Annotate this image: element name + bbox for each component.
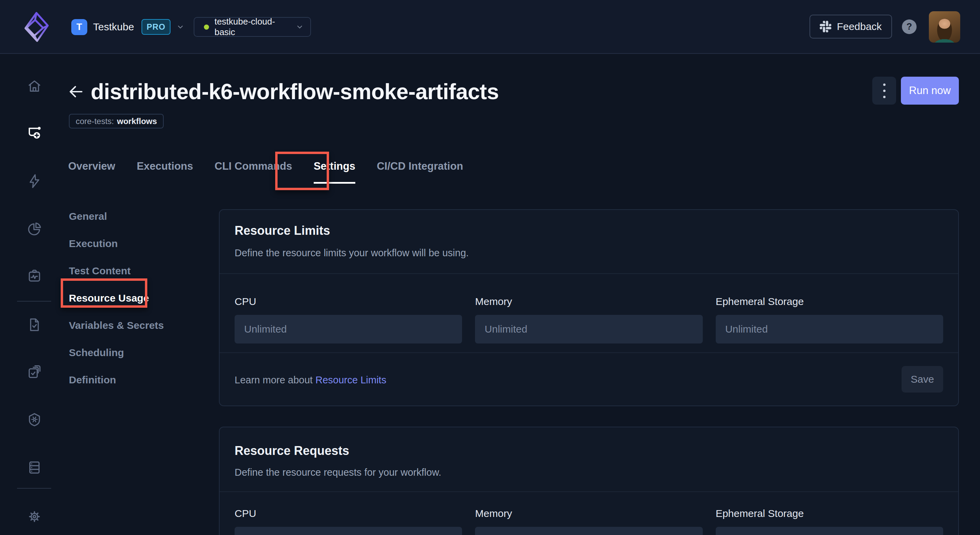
slack-icon — [820, 21, 831, 32]
cpu-field: CPU — [235, 508, 462, 535]
chevron-down-icon — [176, 22, 185, 31]
pro-badge: PRO — [142, 19, 170, 35]
resource-limits-fields: CPU Memory Ephemeral Storage — [235, 296, 943, 343]
environment-selector[interactable]: testkube-cloud-basic — [194, 17, 311, 37]
sidebar-item-webhooks[interactable] — [27, 412, 42, 428]
org-name: Testkube — [93, 21, 134, 33]
cpu-label: CPU — [235, 508, 462, 519]
sidebar-item-settings[interactable] — [27, 509, 42, 524]
health-monitor-icon — [27, 268, 42, 284]
subnav-scheduling[interactable]: Scheduling — [69, 347, 164, 359]
card-description: Define the resource requests for your wo… — [235, 467, 441, 478]
memory-field: Memory — [475, 508, 702, 535]
tab-cicd-integration[interactable]: CI/CD Integration — [377, 160, 463, 175]
page-title: distributed-k6-workflow-smoke-artifacts — [91, 79, 499, 104]
memory-label: Memory — [475, 296, 702, 307]
pie-chart-icon — [27, 221, 42, 237]
arrow-left-icon — [67, 83, 84, 100]
cpu-input[interactable] — [235, 527, 462, 535]
sidebar-item-monitoring[interactable] — [27, 268, 42, 284]
help-button[interactable]: ? — [902, 19, 916, 34]
settings-subnav: General Execution Test Content Resource … — [69, 211, 164, 386]
sidebar-item-workflows[interactable] — [27, 125, 42, 141]
ephemeral-storage-input[interactable] — [716, 315, 943, 343]
sidebar-item-tests[interactable] — [27, 317, 42, 333]
sidebar-item-executors[interactable] — [27, 460, 42, 475]
org-avatar: T — [71, 19, 87, 35]
sidebar-item-test-suites[interactable] — [27, 364, 42, 380]
resource-requests-fields: CPU Memory Ephemeral Storage — [235, 508, 943, 535]
feedback-button[interactable]: Feedback — [810, 15, 892, 38]
server-rack-icon — [27, 460, 42, 475]
subnav-definition[interactable]: Definition — [69, 374, 164, 386]
run-now-button[interactable]: Run now — [901, 77, 959, 105]
user-avatar[interactable] — [929, 11, 960, 43]
cpu-label: CPU — [235, 296, 462, 307]
divider — [220, 491, 958, 492]
label-key: core-tests: — [76, 116, 114, 126]
shield-gear-icon — [27, 412, 42, 428]
memory-input[interactable] — [475, 527, 702, 535]
environment-name: testkube-cloud-basic — [215, 16, 295, 38]
divider — [220, 273, 958, 274]
card-description: Define the resource limits your workflow… — [235, 248, 469, 259]
topbar: T Testkube PRO testkube-cloud-basic Feed… — [0, 0, 980, 54]
chevron-down-icon — [295, 22, 304, 31]
sidebar-item-home[interactable] — [27, 78, 42, 94]
document-check-icon — [27, 317, 42, 333]
resource-limits-card: Resource Limits Define the resource limi… — [219, 209, 959, 406]
tab-overview[interactable]: Overview — [68, 160, 115, 175]
lightning-icon — [27, 173, 42, 189]
sidebar-divider — [17, 301, 51, 302]
sidebar-item-insights[interactable] — [27, 221, 42, 237]
learn-more-text: Learn more about Resource Limits — [235, 375, 387, 386]
resource-requests-card: Resource Requests Define the resource re… — [219, 427, 959, 535]
feedback-label: Feedback — [837, 21, 882, 32]
workflow-label-badge: core-tests: workflows — [69, 114, 164, 129]
org-switcher[interactable]: T Testkube PRO — [71, 19, 185, 35]
tab-settings[interactable]: Settings — [314, 160, 355, 184]
workflow-tabs: Overview Executions CLI Commands Setting… — [68, 160, 463, 184]
memory-label: Memory — [475, 508, 702, 519]
subnav-resource-usage[interactable]: Resource Usage — [69, 292, 164, 304]
sidebar-divider — [17, 488, 51, 489]
label-value: workflows — [117, 116, 157, 126]
cpu-field: CPU — [235, 296, 462, 343]
save-button[interactable]: Save — [902, 366, 943, 392]
testkube-logo-icon — [18, 11, 50, 43]
divider — [220, 352, 958, 353]
card-title: Resource Limits — [235, 224, 330, 238]
subnav-execution[interactable]: Execution — [69, 238, 164, 249]
subnav-variables-secrets[interactable]: Variables & Secrets — [69, 320, 164, 331]
ephemeral-storage-label: Ephemeral Storage — [716, 296, 943, 307]
subnav-general[interactable]: General — [69, 211, 164, 222]
documents-stack-icon — [27, 364, 42, 380]
tab-executions[interactable]: Executions — [137, 160, 193, 175]
ephemeral-storage-input[interactable] — [716, 527, 943, 535]
ephemeral-storage-label: Ephemeral Storage — [716, 508, 943, 519]
resource-limits-link[interactable]: Resource Limits — [315, 375, 387, 386]
sidebar-item-triggers[interactable] — [27, 173, 42, 189]
ephemeral-storage-field: Ephemeral Storage — [716, 508, 943, 535]
card-title: Resource Requests — [235, 444, 349, 458]
tab-cli-commands[interactable]: CLI Commands — [215, 160, 292, 175]
environment-status-dot — [204, 25, 209, 30]
gear-icon — [27, 509, 42, 524]
ephemeral-storage-field: Ephemeral Storage — [716, 296, 943, 343]
back-button[interactable] — [67, 83, 84, 100]
cpu-input[interactable] — [235, 315, 462, 343]
more-actions-button[interactable] — [872, 77, 896, 105]
home-icon — [27, 78, 42, 94]
subnav-test-content[interactable]: Test Content — [69, 265, 164, 277]
memory-field: Memory — [475, 296, 702, 343]
workflow-add-icon — [27, 125, 42, 141]
memory-input[interactable] — [475, 315, 702, 343]
